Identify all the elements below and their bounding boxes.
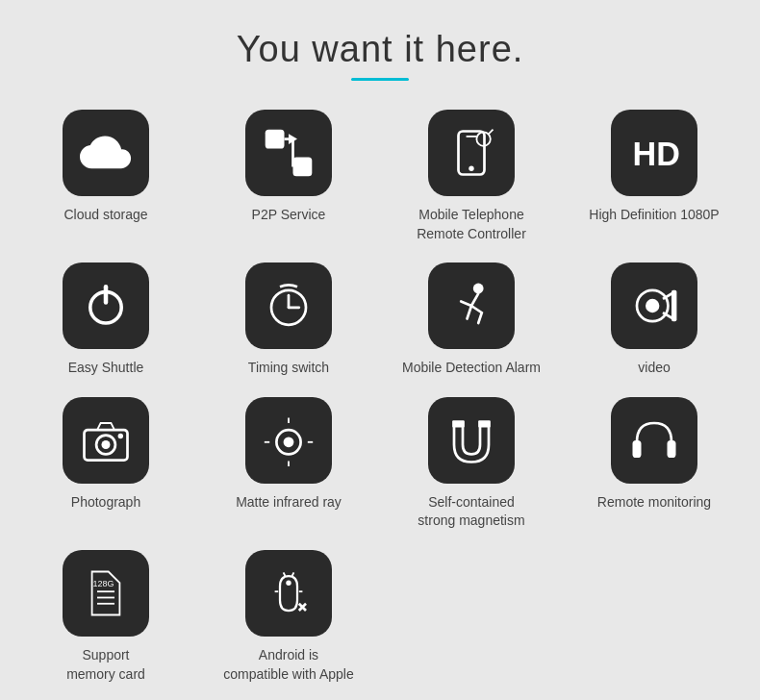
feature-item-p2p-service: P2P Service [202, 110, 375, 243]
android-apple-label: Android is compatible with Apple [223, 646, 353, 684]
feature-item-matte-infrared-ray: Matte infrared ray [202, 397, 375, 531]
remote-monitoring-icon-box [611, 397, 697, 484]
easy-shuttle-label: Easy Shuttle [68, 359, 144, 378]
svg-text:128G: 128G [93, 579, 114, 588]
cloud-storage-label: Cloud storage [63, 206, 147, 225]
title-section: You want it here. [237, 29, 524, 81]
feature-item-mobile-detection-alarm: Mobile Detection Alarm [385, 262, 558, 378]
self-contained-strong-magnetism-icon-box [428, 397, 515, 484]
timing-switch-icon-box [245, 262, 332, 349]
title-underline [351, 78, 409, 81]
svg-rect-0 [266, 130, 285, 149]
mobile-detection-alarm-icon-box [428, 262, 515, 349]
cloud-storage-icon-box [63, 110, 149, 196]
feature-item-high-definition-1080p: HD High Definition 1080P [568, 110, 741, 243]
high-definition-1080p-label: High Definition 1080P [589, 206, 719, 225]
timing-switch-label: Timing switch [248, 359, 329, 378]
svg-point-22 [102, 440, 111, 449]
p2p-service-label: P2P Service [252, 206, 326, 225]
p2p-service-icon-box [245, 110, 332, 196]
features-grid: Cloud storage P2P Service Mobile Telepho… [19, 110, 741, 684]
matte-infrared-ray-label: Matte infrared ray [236, 493, 342, 512]
page-title: You want it here. [237, 29, 524, 70]
svg-point-25 [284, 437, 294, 447]
feature-item-easy-shuttle: Easy Shuttle [19, 262, 192, 378]
svg-rect-32 [633, 440, 642, 458]
svg-text:HD: HD [633, 136, 680, 172]
feature-item-remote-monitoring: Remote monitoring [568, 397, 741, 531]
feature-item-support-memory-card: 128G Support memory card [19, 550, 192, 684]
matte-infrared-ray-icon-box [245, 397, 332, 484]
svg-line-40 [292, 572, 294, 576]
feature-item-timing-switch: Timing switch [202, 262, 375, 378]
svg-rect-19 [671, 290, 676, 321]
support-memory-card-icon-box: 128G [63, 550, 149, 637]
svg-point-23 [118, 434, 123, 438]
svg-point-16 [646, 299, 659, 312]
photograph-icon-box [63, 397, 149, 484]
android-apple-icon-box [245, 550, 332, 637]
self-contained-strong-magnetism-label: Self-contained strong magnetism [418, 493, 524, 531]
svg-point-38 [286, 580, 291, 585]
svg-rect-33 [668, 440, 676, 458]
mobile-telephone-remote-controller-label: Mobile Telephone Remote Controller [417, 206, 526, 243]
video-label: video [638, 359, 670, 378]
video-icon-box [611, 262, 697, 349]
svg-rect-31 [478, 420, 491, 427]
svg-line-39 [284, 572, 286, 576]
svg-rect-1 [293, 158, 313, 177]
feature-item-photograph: Photograph [19, 397, 192, 531]
svg-line-7 [489, 130, 494, 135]
feature-item-self-contained-strong-magnetism: Self-contained strong magnetism [385, 397, 558, 531]
mobile-detection-alarm-label: Mobile Detection Alarm [402, 359, 541, 378]
easy-shuttle-icon-box [63, 262, 149, 349]
svg-point-14 [473, 284, 484, 294]
mobile-telephone-remote-controller-icon-box [428, 110, 515, 196]
high-definition-1080p-icon-box: HD [611, 110, 697, 196]
feature-item-mobile-telephone-remote-controller: Mobile Telephone Remote Controller [385, 110, 558, 243]
feature-item-cloud-storage: Cloud storage [19, 110, 192, 243]
support-memory-card-label: Support memory card [66, 646, 145, 684]
feature-item-android-apple: Android is compatible with Apple [202, 550, 375, 684]
svg-point-4 [469, 166, 473, 171]
feature-item-video: video [568, 262, 741, 378]
svg-rect-30 [452, 420, 465, 427]
remote-monitoring-label: Remote monitoring [597, 493, 711, 512]
photograph-label: Photograph [71, 493, 140, 512]
